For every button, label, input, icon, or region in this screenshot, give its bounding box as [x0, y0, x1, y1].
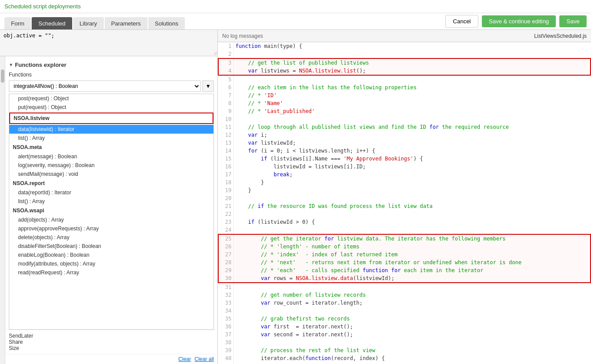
table-row: 25 // get the iterator for listview data… — [218, 234, 591, 243]
right-panel: No log messages ListViewsScheduled.js 1f… — [218, 30, 591, 364]
code-line-content: if (listviews[i].Name === 'My Approved B… — [233, 155, 591, 163]
func-item-list2[interactable]: list() : Array — [9, 197, 213, 206]
collapse-icon[interactable]: ▼ — [9, 62, 13, 67]
func-item-log[interactable]: log(severity, message) : Boolean — [9, 161, 213, 170]
table-row: 7 // * 'ID' — [218, 91, 591, 99]
line-number: 24 — [218, 226, 233, 234]
func-item-data-listviewid[interactable]: data(listviewId) : Iterator — [9, 125, 213, 134]
code-line-content: } — [233, 178, 591, 186]
table-row: 26 // * 'length' - number of items — [218, 243, 591, 251]
code-line-content: // * 'Last_published' — [233, 107, 591, 115]
main-layout: obj.active = ""; ◿ ▼ Functions explorer … — [0, 30, 591, 364]
line-number: 8 — [218, 99, 233, 107]
table-row: 38 — [218, 339, 591, 346]
line-number: 40 — [218, 354, 233, 362]
func-item[interactable]: put(request) : Object — [9, 103, 213, 112]
functions-list: post(request) : Object put(request) : Ob… — [9, 94, 214, 330]
func-item-sendmail[interactable]: sendMail(message) : void — [9, 170, 213, 178]
func-item-read[interactable]: read(readRequest) : Array — [9, 268, 213, 277]
func-item-enablelog[interactable]: enableLog(Boolean) : Boolean — [9, 251, 213, 259]
table-row: 6 // each item in the list has the follo… — [218, 84, 591, 91]
functions-select[interactable]: integrateAllNow() : Boolean — [9, 80, 201, 92]
code-line-content: // get number of listview records — [233, 291, 591, 299]
line-number: 26 — [218, 243, 233, 251]
functions-explorer-title: ▼ Functions explorer — [5, 60, 217, 70]
code-line-content: } — [233, 186, 591, 194]
table-row: 30 var rows = NSOA.listview.data(listvie… — [218, 274, 591, 283]
clear-all-button[interactable]: Clear all — [195, 356, 214, 362]
left-panel: obj.active = ""; ◿ ▼ Functions explorer … — [0, 30, 218, 364]
bottom-item-share[interactable]: Share — [9, 339, 214, 345]
code-editor-top[interactable]: obj.active = ""; ◿ — [0, 30, 217, 56]
code-line-content: // process the rest of the list view — [233, 346, 591, 354]
func-item-add[interactable]: add(objects) : Array — [9, 215, 213, 224]
func-item-approve[interactable]: approve(approveRequests) : Array — [9, 224, 213, 233]
func-item-alert[interactable]: alert(message) : Boolean — [9, 152, 213, 161]
table-row: 19 } — [218, 186, 591, 194]
line-number: 18 — [218, 178, 233, 186]
no-log-message: No log messages — [222, 33, 263, 39]
table-row: 1function main(type) { — [218, 42, 591, 50]
table-row: 35 // grab thefirst two records — [218, 315, 591, 323]
line-number: 20 — [218, 194, 233, 202]
tab-form[interactable]: Form — [4, 17, 31, 29]
table-row: 40 iterator.each(function(record, index)… — [218, 354, 591, 362]
save-button[interactable]: Save — [559, 15, 587, 27]
code-line-content — [233, 50, 591, 58]
table-row: 8 // * 'Name' — [218, 99, 591, 107]
clear-button[interactable]: Clear — [178, 356, 191, 362]
func-item-delete[interactable]: delete(objects) : Array — [9, 233, 213, 242]
code-line-content: var second = iterator.next(); — [233, 331, 591, 339]
tab-parameters[interactable]: Parameters — [105, 17, 147, 29]
table-row: 31 — [218, 283, 591, 291]
tab-scheduled[interactable]: Scheduled — [32, 17, 72, 29]
func-group-nsoa-meta: NSOA.meta — [9, 142, 213, 152]
app-title: Scheduled script deployments — [4, 3, 81, 10]
func-item-modify[interactable]: modify(attributes, objects) : Array — [9, 259, 213, 268]
line-number: 14 — [218, 147, 233, 155]
code-line-content: var first = iterator.next(); — [233, 323, 591, 331]
code-line-content: var listviews = NSOA.listview.list(); — [233, 67, 591, 75]
code-header: No log messages ListViewsScheduled.js — [218, 30, 591, 42]
func-item-disablefilter[interactable]: disableFilterSet(Boolean) : Boolean — [9, 242, 213, 251]
line-number: 21 — [218, 202, 233, 210]
table-row: 28 // * 'next' - returns next item from … — [218, 258, 591, 266]
table-row: 33 var row_count = iterator.length; — [218, 299, 591, 307]
line-number: 7 — [218, 91, 233, 99]
code-area[interactable]: 1function main(type) {23 // get the list… — [218, 42, 591, 364]
code-line-content — [233, 339, 591, 346]
line-number: 11 — [218, 123, 233, 131]
tab-solutions[interactable]: Solutions — [148, 17, 185, 29]
func-item-data-reportid[interactable]: data(reportId) : Iterator — [9, 188, 213, 197]
line-number: 13 — [218, 139, 233, 147]
code-line-content: // * 'index' - index of last returned it… — [233, 251, 591, 258]
bottom-item-size[interactable]: Size — [9, 345, 214, 351]
func-item[interactable]: post(request) : Object — [9, 94, 213, 103]
code-line-content: // grab thefirst two records — [233, 315, 591, 323]
table-row: 15 if (listviews[i].Name === 'My Approve… — [218, 155, 591, 163]
cancel-button[interactable]: Cancel — [445, 15, 478, 28]
line-number: 41 — [218, 362, 233, 364]
table-row: 39 // process the rest of the list view — [218, 346, 591, 354]
table-row: 37 var second = iterator.next(); — [218, 331, 591, 339]
left-bottom: Clear Clear all — [5, 354, 217, 364]
line-number: 19 — [218, 186, 233, 194]
func-item-list[interactable]: list() : Array — [9, 134, 213, 142]
line-number: 38 — [218, 339, 233, 346]
code-line-content — [233, 210, 591, 218]
save-continue-button[interactable]: Save & continue editing — [482, 15, 556, 27]
table-row: 13 var listviewId; — [218, 139, 591, 147]
line-number: 39 — [218, 346, 233, 354]
func-group-nsoa-wsapi: NSOA.wsapi — [9, 206, 213, 215]
code-line-content — [233, 115, 591, 123]
left-scrollbar[interactable] — [0, 56, 5, 364]
table-row: 18 } — [218, 178, 591, 186]
tab-library[interactable]: Library — [73, 17, 104, 29]
table-row: 14 for (i = 0; i < listviews.length; i++… — [218, 147, 591, 155]
functions-explorer-heading: Functions explorer — [15, 62, 66, 68]
table-row: 10 — [218, 115, 591, 123]
code-line-content: break; — [233, 171, 591, 178]
functions-select-dropdown-btn[interactable]: ▼ — [202, 80, 214, 92]
bottom-item-sendlater[interactable]: SendLater — [9, 333, 214, 339]
code-editor-textarea[interactable]: obj.active = ""; — [4, 33, 214, 53]
